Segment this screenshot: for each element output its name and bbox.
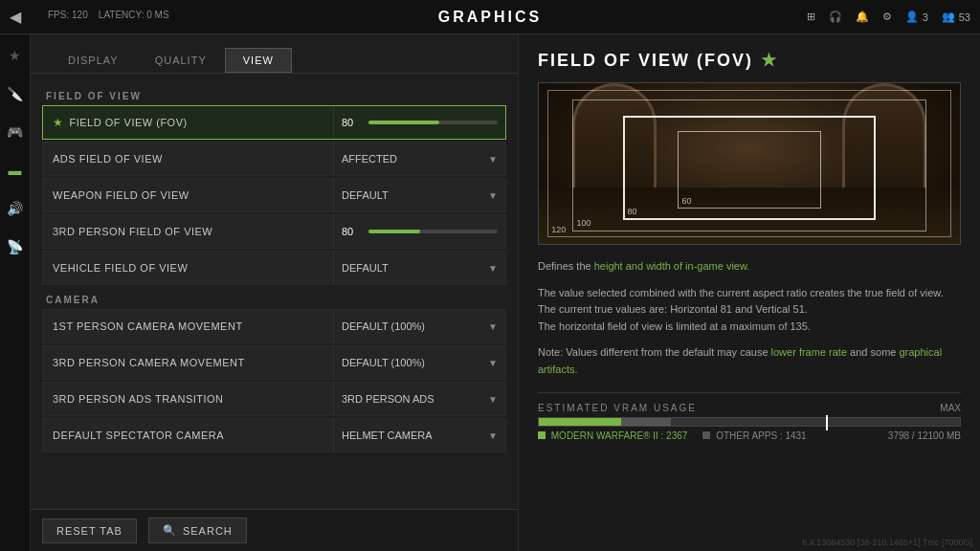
fov-slider-value: 80 — [342, 117, 363, 128]
page-title: GRAPHICS — [438, 9, 542, 26]
sidebar-icon-audio[interactable]: 🔊 — [4, 197, 27, 220]
setting-row-3p-fov[interactable]: 3RD PERSON FIELD OF VIEW 80 — [42, 214, 506, 249]
fov-label-100: 100 — [577, 218, 591, 228]
detail-star-icon: ★ — [761, 50, 778, 71]
fps-label: FPS: — [48, 10, 69, 20]
setting-row-weapon-fov[interactable]: WEAPON FIELD OF VIEW DEFAULT ▼ — [42, 178, 506, 212]
sidebar-icon-knife[interactable]: 🔪 — [4, 82, 27, 105]
tab-view[interactable]: VIEW — [225, 48, 292, 73]
group-count: 👥 53 — [942, 11, 970, 23]
search-icon: 🔍 — [163, 524, 177, 537]
setting-name-3p-fov: 3RD PERSON FIELD OF VIEW — [43, 226, 333, 237]
fov-label-120: 120 — [551, 225, 566, 234]
vram-labels: MODERN WARFARE® II : 2367 OTHER APPS : 1… — [538, 430, 961, 441]
setting-row-vehicle-fov[interactable]: VEHICLE FIELD OF VIEW DEFAULT ▼ — [42, 251, 506, 285]
setting-name-3p-ads: 3RD PERSON ADS TRANSITION — [43, 393, 333, 405]
reset-tab-button[interactable]: RESET TAB — [42, 518, 137, 543]
vram-bar-mw — [539, 418, 621, 426]
vram-indicator — [826, 415, 828, 430]
highlight-fov-text: height and width of in-game view. — [594, 260, 750, 272]
grid-icon-btn[interactable]: ⊞ — [807, 11, 815, 23]
main-content: DISPLAY QUALITY VIEW FIELD OF VIEW ★ FIE… — [31, 34, 980, 551]
dropdown-arrow-3p-cam: ▼ — [488, 358, 498, 368]
latency-label: LATENCY: — [99, 10, 145, 20]
setting-value-1p-cam: DEFAULT (100%) ▼ — [333, 310, 505, 342]
settings-list: FIELD OF VIEW ★ FIELD OF VIEW (FOV) 80 — [31, 74, 518, 509]
vram-section: ESTIMATED VRAM USAGE MAX MODERN WARFARE®… — [538, 392, 961, 441]
vram-title: ESTIMATED VRAM USAGE — [538, 403, 697, 413]
setting-value-vehicle-fov: DEFAULT ▼ — [333, 252, 505, 284]
fov-slider-track[interactable] — [368, 121, 498, 124]
3p-fov-slider-value: 80 — [342, 226, 363, 237]
tab-display[interactable]: DISPLAY — [50, 48, 137, 73]
setting-row-spectator-cam[interactable]: DEFAULT SPECTATOR CAMERA HELMET CAMERA ▼ — [42, 418, 506, 452]
3p-fov-slider-fill — [368, 230, 420, 233]
gear-icon-btn[interactable]: ⚙ — [882, 11, 892, 23]
vram-bar-other — [621, 418, 671, 426]
setting-value-fov: 80 — [333, 106, 505, 139]
setting-row-ads-fov[interactable]: ADS FIELD OF VIEW AFFECTED ▼ — [42, 142, 506, 176]
section-label-fov: FIELD OF VIEW — [42, 83, 506, 105]
fov-slider[interactable]: 80 — [342, 117, 498, 128]
build-info: 8.4.13064530 [38-210:1465+1] Tmc [7000G] — [802, 538, 972, 547]
detail-description-2: The value selected combined with the cur… — [538, 285, 961, 336]
group-icon: 👥 — [942, 11, 955, 23]
tab-quality[interactable]: QUALITY — [137, 48, 225, 73]
setting-name-3p-cam: 3RD PERSON CAMERA MOVEMENT — [43, 357, 333, 368]
setting-value-weapon-fov: DEFAULT ▼ — [333, 179, 505, 211]
sidebar-icon-display[interactable]: ▬ — [4, 159, 27, 182]
detail-description-3: Note: Values different from the default … — [538, 344, 961, 378]
fov-label-80: 80 — [627, 207, 636, 216]
detail-description-1: Defines the height and width of in-game … — [538, 258, 961, 276]
highlight-framerate-text: lower frame rate — [771, 346, 847, 358]
dropdown-arrow-vehicle-fov: ▼ — [488, 263, 498, 274]
section-label-camera: CAMERA — [42, 287, 506, 309]
setting-row-3p-cam[interactable]: 3RD PERSON CAMERA MOVEMENT DEFAULT (100%… — [42, 345, 506, 380]
fov-rect-60 — [678, 131, 821, 209]
3p-fov-slider[interactable]: 80 — [342, 226, 498, 237]
dropdown-arrow-weapon-fov: ▼ — [488, 190, 498, 201]
fps-latency: FPS: 120 LATENCY: 0 MS — [48, 10, 169, 20]
setting-name-vehicle-fov: VEHICLE FIELD OF VIEW — [43, 262, 333, 274]
bell-icon-btn[interactable]: 🔔 — [856, 11, 869, 23]
fps-value: 120 — [72, 10, 88, 20]
3p-fov-slider-track[interactable] — [368, 230, 498, 233]
fov-star-icon: ★ — [53, 116, 64, 129]
highlight-artifacts-text: graphical artifacts. — [538, 346, 942, 375]
vram-header: ESTIMATED VRAM USAGE MAX — [538, 403, 961, 413]
dropdown-arrow-spectator-cam: ▼ — [488, 430, 498, 441]
headset-icon-btn[interactable]: 🎧 — [829, 11, 842, 23]
vram-total: 3798 / 12100 MB — [888, 430, 961, 441]
setting-value-3p-ads: 3RD PERSON ADS ▼ — [333, 383, 505, 415]
dropdown-arrow-ads-fov: ▼ — [488, 154, 498, 165]
sidebar-icon-network[interactable]: 📡 — [4, 235, 27, 258]
topbar-stats: ⊞ 🎧 🔔 ⚙ 👤 3 👥 53 — [807, 11, 970, 23]
latency-value: 0 MS — [146, 10, 168, 20]
fov-slider-fill — [368, 121, 439, 124]
setting-row-1p-cam[interactable]: 1ST PERSON CAMERA MOVEMENT DEFAULT (100%… — [42, 309, 506, 343]
search-button[interactable]: 🔍 SEARCH — [148, 518, 247, 543]
sidebar-icon-star[interactable]: ★ — [4, 44, 27, 67]
setting-row-fov[interactable]: ★ FIELD OF VIEW (FOV) 80 — [42, 105, 506, 140]
dropdown-arrow-1p-cam: ▼ — [488, 321, 498, 332]
group-count-value: 53 — [959, 11, 970, 23]
sidebar-icon-gamepad[interactable]: 🎮 — [4, 121, 27, 143]
setting-value-3p-fov: 80 — [333, 215, 505, 248]
player-count: 👤 3 — [905, 11, 928, 23]
back-button[interactable]: ◀ — [10, 8, 21, 26]
setting-name-spectator-cam: DEFAULT SPECTATOR CAMERA — [43, 430, 333, 441]
setting-value-ads-fov: AFFECTED ▼ — [333, 143, 505, 175]
left-panel: DISPLAY QUALITY VIEW FIELD OF VIEW ★ FIE… — [31, 34, 519, 551]
setting-name-weapon-fov: WEAPON FIELD OF VIEW — [43, 189, 333, 201]
bottom-bar: RESET TAB 🔍 SEARCH — [31, 509, 518, 551]
vram-mw-label: MODERN WARFARE® II : 2367 — [538, 430, 687, 441]
setting-name-ads-fov: ADS FIELD OF VIEW — [43, 153, 333, 165]
topbar: ◀ FPS: 120 LATENCY: 0 MS GRAPHICS ⊞ 🎧 🔔 … — [0, 0, 980, 34]
setting-name-1p-cam: 1ST PERSON CAMERA MOVEMENT — [43, 320, 333, 332]
vram-bar-container — [538, 417, 961, 427]
detail-title: FIELD OF VIEW (FOV) ★ — [538, 50, 961, 71]
right-panel: FIELD OF VIEW (FOV) ★ 120 100 80 60 Defi… — [519, 34, 980, 551]
setting-value-spectator-cam: HELMET CAMERA ▼ — [333, 419, 505, 452]
tab-bar: DISPLAY QUALITY VIEW — [31, 34, 518, 74]
setting-row-3p-ads[interactable]: 3RD PERSON ADS TRANSITION 3RD PERSON ADS… — [42, 382, 506, 416]
